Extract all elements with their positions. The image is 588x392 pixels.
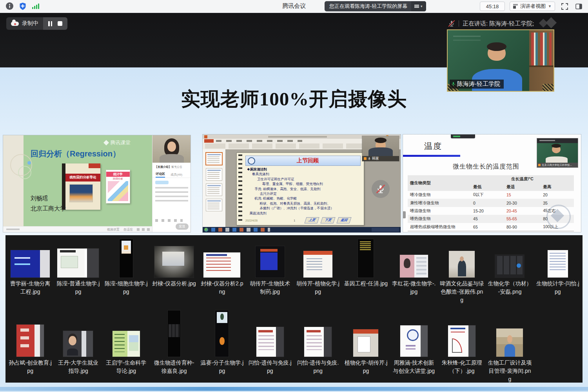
slide-thumb bbox=[206, 199, 222, 211]
banner-menu-button[interactable]: ▼ bbox=[411, 1, 426, 11]
video-settings-label: 视频设置 bbox=[107, 227, 120, 232]
taskbar-apps bbox=[211, 228, 270, 232]
file-thumbnail bbox=[496, 328, 523, 357]
chat-name-chip bbox=[155, 181, 169, 184]
col-header-opt: 最适 bbox=[504, 183, 541, 191]
ppt-text-line: 手洗: 粘稠液体、高泡、安全、低温、无助剂 bbox=[247, 187, 361, 191]
temp-row: 兼性嗜冷微生物020-3035 bbox=[408, 199, 574, 207]
file-thumbnail bbox=[120, 239, 133, 278]
temp-cell-min: 0 bbox=[471, 199, 504, 207]
file-thumbnail bbox=[449, 251, 475, 278]
file-item: 李红花-微生物学-.jpg bbox=[390, 238, 438, 304]
file-item: 闫怡-遗传与免疫.jpg bbox=[246, 309, 294, 383]
file-item: 孙占斌-创业教育.jpg bbox=[6, 309, 54, 383]
temp-cell-type: 超嗜热或极端嗜热微生物 bbox=[408, 223, 471, 231]
file-name: 微生物遗传育种-徐嘉良.jpg bbox=[152, 359, 196, 375]
fullscreen-button[interactable] bbox=[560, 2, 569, 11]
ppt-nav: 上页下页返回 bbox=[305, 217, 350, 223]
file-name: 王丹-大学生就业指导.jpg bbox=[56, 359, 100, 375]
file-name: 陈滢-普通生物学.jpg bbox=[56, 279, 100, 296]
student-name-tag: 韩富 bbox=[362, 156, 399, 161]
book-artwork bbox=[70, 185, 93, 202]
meeting-window: 腾讯会议 您正在观看陈海涛-轻工学院的屏幕 ▼ 45:18 演讲者视图 ▼ 实现… bbox=[0, 0, 588, 392]
ppt-text-line: 毒理、重金属、甲醇、细菌、荧光增白剂 bbox=[247, 181, 361, 186]
file-item: 胡传芹-植物化学.jpg bbox=[294, 238, 342, 304]
recording-status: 录制中 bbox=[6, 17, 43, 30]
file-row-1: 曹学丽-生物分离工程.jpg陈滢-普通生物学.jpg陈滢-细胞生物学.jpg封棣… bbox=[5, 238, 583, 304]
file-name: 闫怡-遗传与免疫.jpg bbox=[248, 359, 292, 375]
speaking-label: 正在讲话: 陈海涛-轻工学院; bbox=[463, 20, 534, 27]
shared-screen: 实现老师100%开启摄像头 腾讯课堂 回归分析（Regression） 线性回归… bbox=[0, 67, 588, 392]
slide-header: 上节回顾 bbox=[245, 156, 361, 166]
cloud-recording-icon bbox=[11, 22, 19, 26]
temperature-title: 温度 bbox=[424, 141, 442, 152]
tab-discussion: 讨论区 bbox=[156, 172, 165, 178]
board-corner bbox=[543, 84, 554, 91]
pause-recording-button[interactable] bbox=[48, 21, 52, 26]
regression-title: 回归分析（Regression） bbox=[31, 149, 120, 159]
chat-toolbar-icons bbox=[155, 219, 183, 222]
file-item: 封棣-仪器分析.jpg bbox=[150, 238, 198, 304]
book2-subtitle: 回归分析 bbox=[106, 177, 130, 181]
recording-buttons bbox=[43, 17, 67, 30]
menu-lines-icon bbox=[414, 5, 419, 8]
file-item: 闫怡-遗传与免疫.png bbox=[294, 309, 342, 383]
temp-cell-opt: 15 bbox=[504, 191, 541, 199]
file-item: 陈滢-普通生物学.jpg bbox=[54, 238, 102, 304]
file-thumbnail bbox=[203, 252, 240, 278]
author-block: 刘畅瑶 北京工商大学 bbox=[31, 193, 66, 214]
start-button-icon bbox=[204, 228, 208, 232]
book-ribbon bbox=[89, 163, 100, 168]
file-browser-panel: 曹学丽-生物分离工程.jpg陈滢-普通生物学.jpg陈滢-细胞生物学.jpg封棣… bbox=[5, 235, 583, 383]
ppt-window-title bbox=[268, 136, 327, 138]
view-mode-label: 演讲者视图 bbox=[520, 3, 546, 10]
status-icon bbox=[137, 228, 140, 231]
speaker-video-tile[interactable]: 陈海涛-轻工学院 bbox=[447, 29, 554, 92]
file-thumbnail bbox=[16, 325, 44, 357]
file-item: 植物化学-胡传芹.jpg bbox=[342, 309, 390, 383]
student-body bbox=[368, 147, 393, 156]
ppt-text-line: 卫生许可证和生产许可证 bbox=[247, 177, 361, 181]
file-item: 陈滢-细胞生物学.jpg bbox=[102, 238, 150, 304]
live-intro: 【直播介绍】暂无公告 bbox=[155, 165, 182, 169]
mic-active-icon bbox=[451, 82, 456, 87]
file-thumbnail bbox=[11, 250, 50, 278]
ppt-app-icon bbox=[204, 135, 207, 138]
chalk-marks bbox=[453, 36, 481, 37]
col-group-header: 生长温度/°C bbox=[471, 175, 574, 183]
author-name: 刘畅瑶 bbox=[31, 193, 66, 203]
chevron-down-icon: ▼ bbox=[548, 4, 552, 8]
file-thumbnail bbox=[358, 239, 374, 278]
school-logo-icon bbox=[248, 157, 255, 165]
university-seal-watermark bbox=[546, 205, 571, 229]
file-thumbnail bbox=[304, 327, 332, 357]
book-cover-1: 线性回归分析导论 bbox=[62, 163, 100, 210]
watching-banner: 您正在观看陈海涛-轻工学院的屏幕 ▼ bbox=[325, 1, 426, 11]
mic-active-icon bbox=[368, 157, 371, 161]
meeting-timer: 45:18 bbox=[480, 2, 505, 11]
file-thumbnail bbox=[154, 246, 194, 278]
file-item: 王丹-大学生就业指导.jpg bbox=[54, 309, 102, 383]
regression-slide: 腾讯课堂 回归分析（Regression） 线性回归分析导论 统计学 回归分析 … bbox=[3, 135, 152, 227]
side-panel-button[interactable] bbox=[574, 2, 583, 11]
ppt-text-line: 机洗: 机械能、热能、化学能 bbox=[247, 196, 361, 201]
file-name: 生物统计学-闫怡.jpg bbox=[536, 279, 580, 296]
file-name: 胡传芹-植物化学.jpg bbox=[296, 279, 340, 296]
view-mode-select[interactable]: 演讲者视图 ▼ bbox=[510, 2, 555, 11]
file-name: 曹学丽-生物分离工程.jpg bbox=[8, 279, 52, 296]
mic-muted-icon[interactable] bbox=[448, 20, 455, 27]
file-item: 微生物遗传育种-徐嘉良.jpg bbox=[150, 309, 198, 383]
file-item: 温赛-分子生物学.jpg bbox=[198, 309, 246, 383]
col-header-type: 微生物类型 bbox=[408, 175, 471, 191]
book1-title: 线性回归分析导论 bbox=[65, 174, 100, 181]
file-thumbnail bbox=[303, 251, 332, 278]
file-thumbnail bbox=[168, 310, 180, 357]
teacher-body bbox=[546, 156, 568, 163]
slide-footer: 2022/4/26 1 上页下页返回 bbox=[245, 218, 361, 223]
file-name: 朱秋锋-化工原理（下）.jpg bbox=[440, 359, 484, 375]
file-name: 生物化学（功材）-安磊.png bbox=[488, 279, 532, 296]
meeting-logo-watermark bbox=[538, 18, 565, 29]
file-name: 基因工程-任清.jpg bbox=[344, 279, 388, 288]
stop-recording-button[interactable] bbox=[58, 21, 62, 26]
bookshelf bbox=[529, 30, 554, 91]
